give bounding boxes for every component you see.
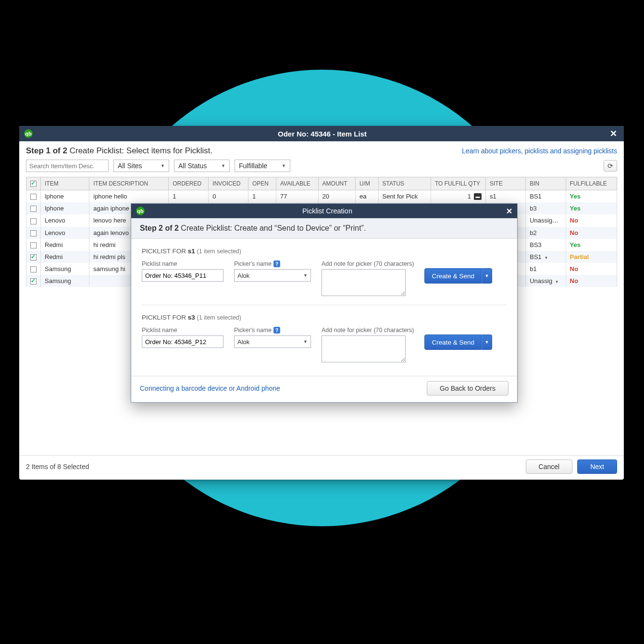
cell-bin: Unassig ▼ bbox=[526, 275, 566, 287]
create-send-dropdown[interactable]: ▼ bbox=[482, 268, 492, 284]
cell-bin: Unassig… bbox=[526, 214, 566, 226]
cell-bin: b2 bbox=[526, 227, 566, 239]
column-header[interactable]: TO FULFILL QTY bbox=[431, 177, 485, 190]
caret-down-icon[interactable]: ▼ bbox=[555, 280, 559, 284]
next-button[interactable]: Next bbox=[577, 459, 617, 474]
fulfillable-filter[interactable]: Fulfillable▼ bbox=[235, 160, 290, 172]
select-all-header[interactable] bbox=[26, 177, 41, 190]
status-filter[interactable]: All Status▼ bbox=[174, 160, 230, 172]
table-row[interactable]: Iphoneiphone hello1017720eaSent for Pick… bbox=[26, 190, 617, 203]
column-header[interactable]: BIN bbox=[526, 177, 566, 190]
row-checkbox[interactable] bbox=[26, 190, 41, 203]
picklist-name-label: Picklist name bbox=[142, 327, 223, 334]
toolbar: Step 1 of 2 Create Picklist: Select item… bbox=[19, 141, 624, 175]
cell-invoiced: 0 bbox=[209, 190, 248, 203]
cell-item: Redmi bbox=[41, 251, 89, 263]
cell-fulfillable: No bbox=[566, 275, 617, 287]
cell-bin: b3 bbox=[526, 202, 566, 214]
checkbox-icon bbox=[30, 230, 37, 236]
go-back-button[interactable]: Go Back to Orders bbox=[427, 381, 508, 396]
column-header[interactable]: ITEM DESCRIPTION bbox=[89, 177, 169, 190]
row-checkbox[interactable] bbox=[26, 227, 41, 239]
create-send-button[interactable]: Create & Send▼ bbox=[424, 334, 492, 350]
column-header[interactable]: ORDERED bbox=[169, 177, 209, 190]
row-checkbox[interactable] bbox=[26, 202, 41, 214]
window-title: Oder No: 45346 - Item List bbox=[37, 130, 608, 138]
refresh-button[interactable]: ⟳ bbox=[604, 160, 617, 172]
cell-bin: BS1 ▼ bbox=[526, 251, 566, 263]
column-header[interactable]: SITE bbox=[486, 177, 526, 190]
picklist-name-input[interactable] bbox=[142, 269, 223, 282]
checkbox-icon bbox=[30, 266, 37, 272]
cell-bin: BS3 bbox=[526, 239, 566, 251]
picklist-name-input[interactable] bbox=[142, 335, 223, 348]
picklist-name-label: Picklist name bbox=[142, 260, 223, 267]
picklist-block: PICKLIST FOR s3 (1 item selected)Picklis… bbox=[142, 305, 507, 362]
modal-close-icon[interactable]: ✕ bbox=[506, 207, 512, 216]
column-header[interactable]: FULFILLABLE bbox=[566, 177, 617, 190]
help-icon[interactable]: ? bbox=[273, 327, 280, 334]
picklist-block-title: PICKLIST FOR s3 (1 item selected) bbox=[142, 314, 507, 321]
column-header[interactable]: AVAILABLE bbox=[276, 177, 318, 190]
cell-ordered: 1 bbox=[169, 190, 209, 203]
cell-item: Lenovo bbox=[41, 227, 89, 239]
create-send-dropdown[interactable]: ▼ bbox=[482, 334, 492, 350]
caret-down-icon: ▼ bbox=[221, 163, 225, 168]
caret-down-icon: ▼ bbox=[161, 163, 165, 168]
window-close-icon[interactable]: ✕ bbox=[608, 128, 619, 139]
step-desc: Create Picklist: Select items for Pickli… bbox=[70, 146, 213, 155]
sites-filter[interactable]: All Sites▼ bbox=[113, 160, 169, 172]
cell-fulfillable: No bbox=[566, 263, 617, 275]
column-header[interactable]: STATUS bbox=[378, 177, 431, 190]
note-icon[interactable]: ▬ bbox=[474, 193, 482, 200]
help-icon[interactable]: ? bbox=[273, 260, 280, 267]
cell-status: Sent for Pick bbox=[378, 190, 431, 203]
caret-down-icon[interactable]: ▼ bbox=[544, 256, 548, 260]
cell-site: s1 bbox=[486, 190, 526, 203]
cell-item: Lenovo bbox=[41, 214, 89, 226]
pickers-name-label: Picker's name ? bbox=[234, 327, 311, 334]
cell-bin: b1 bbox=[526, 263, 566, 275]
cell-fulfillable: Yes bbox=[566, 239, 617, 251]
cell-qty: 1▬ bbox=[431, 190, 485, 203]
modal-titlebar: qb Picklist Creation ✕ bbox=[131, 204, 517, 218]
column-header[interactable]: AMOUNT bbox=[318, 177, 355, 190]
checkbox-icon bbox=[30, 242, 37, 248]
caret-down-icon: ▼ bbox=[282, 163, 286, 168]
column-header[interactable]: ITEM bbox=[41, 177, 89, 190]
refresh-icon: ⟳ bbox=[607, 162, 613, 170]
modal-title: Picklist Creation bbox=[149, 207, 506, 215]
step-text: Step 1 of 2 Create Picklist: Select item… bbox=[26, 146, 212, 156]
modal-footer: Connecting a barcode device or Android p… bbox=[131, 376, 517, 402]
row-checkbox[interactable] bbox=[26, 214, 41, 226]
pickers-name-select[interactable]: Alok▼ bbox=[234, 269, 311, 282]
cell-amount: 20 bbox=[318, 190, 355, 203]
search-input[interactable] bbox=[26, 160, 109, 172]
cancel-button[interactable]: Cancel bbox=[526, 459, 573, 474]
row-checkbox[interactable] bbox=[26, 275, 41, 287]
barcode-link[interactable]: Connecting a barcode device or Android p… bbox=[140, 384, 280, 392]
checkbox-icon bbox=[30, 218, 37, 224]
note-textarea[interactable] bbox=[322, 335, 406, 362]
picklist-block-title: PICKLIST FOR s1 (1 item selected) bbox=[142, 248, 507, 255]
column-header[interactable]: OPEN bbox=[248, 177, 276, 190]
qb-logo-icon: qb bbox=[24, 129, 33, 138]
learn-link[interactable]: Learn about pickers, picklists and assig… bbox=[462, 147, 617, 155]
cell-item: Iphone bbox=[41, 202, 89, 214]
pickers-name-label: Picker's name ? bbox=[234, 260, 311, 267]
cell-bin: BS1 bbox=[526, 190, 566, 203]
pickers-name-select[interactable]: Alok▼ bbox=[234, 335, 311, 348]
qb-logo-icon: qb bbox=[136, 207, 145, 215]
row-checkbox[interactable] bbox=[26, 239, 41, 251]
column-header[interactable]: U/M bbox=[356, 177, 378, 190]
cell-item: Redmi bbox=[41, 239, 89, 251]
cell-available: 77 bbox=[276, 190, 318, 203]
caret-down-icon: ▼ bbox=[303, 273, 308, 278]
column-header[interactable]: INVOICED bbox=[209, 177, 248, 190]
row-checkbox[interactable] bbox=[26, 251, 41, 263]
create-send-button[interactable]: Create & Send▼ bbox=[424, 268, 492, 284]
note-textarea[interactable] bbox=[322, 269, 406, 296]
row-checkbox[interactable] bbox=[26, 263, 41, 275]
cell-open: 1 bbox=[248, 190, 276, 203]
note-label: Add note for picker (70 characters) bbox=[322, 260, 414, 267]
